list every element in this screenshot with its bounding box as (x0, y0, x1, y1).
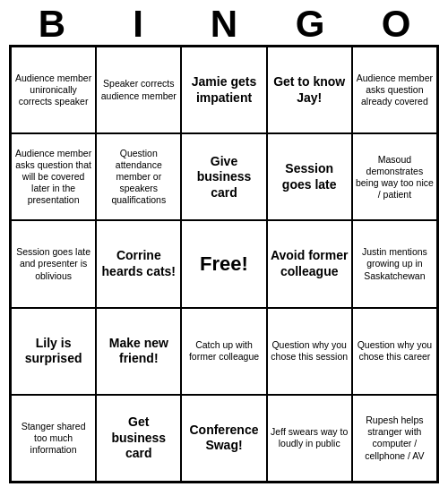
bingo-cell-6: Question attendance member or speakers q… (96, 133, 181, 220)
bingo-cell-5: Audience member asks question that will … (11, 133, 96, 220)
bingo-cell-12: Free! (181, 220, 266, 307)
bingo-cell-23: Jeff swears way to loudly in public (267, 395, 352, 482)
bingo-cell-17: Catch up with former colleague (181, 308, 266, 395)
bingo-cell-19: Question why you chose this career (352, 308, 437, 395)
bingo-cell-13: Avoid former colleague (267, 220, 352, 307)
bingo-cell-0: Audience member unironically corrects sp… (11, 47, 96, 133)
bingo-cell-22: Conference Swag! (181, 395, 266, 482)
bingo-letter-G: G (271, 5, 349, 43)
bingo-cell-14: Justin mentions growing up in Saskatchew… (352, 220, 437, 307)
bingo-cell-2: Jamie gets impatient (181, 47, 266, 133)
bingo-letter-B: B (13, 5, 91, 43)
bingo-cell-7: Give business card (181, 133, 266, 220)
bingo-cell-20: Stanger shared too much information (11, 395, 96, 482)
bingo-cell-21: Get business card (96, 395, 181, 482)
bingo-cell-3: Get to know Jay! (267, 47, 352, 133)
bingo-cell-11: Corrine heards cats! (96, 220, 181, 307)
bingo-letter-N: N (185, 5, 263, 43)
bingo-letter-O: O (357, 5, 435, 43)
bingo-cell-10: Session goes late and presenter is obliv… (11, 220, 96, 307)
bingo-cell-18: Question why you chose this session (267, 308, 352, 395)
bingo-cell-16: Make new friend! (96, 308, 181, 395)
bingo-cell-8: Session goes late (267, 133, 352, 220)
bingo-cell-9: Masoud demonstrates being way too nice /… (352, 133, 437, 220)
bingo-cell-1: Speaker corrects audience member (96, 47, 181, 133)
bingo-cell-4: Audience member asks question already co… (352, 47, 437, 133)
bingo-header: BINGO (9, 0, 439, 45)
bingo-grid: Audience member unironically corrects sp… (9, 45, 439, 483)
bingo-cell-24: Rupesh helps stranger with computer / ce… (352, 395, 437, 482)
bingo-letter-I: I (99, 5, 177, 43)
bingo-cell-15: Lily is surprised (11, 308, 96, 395)
